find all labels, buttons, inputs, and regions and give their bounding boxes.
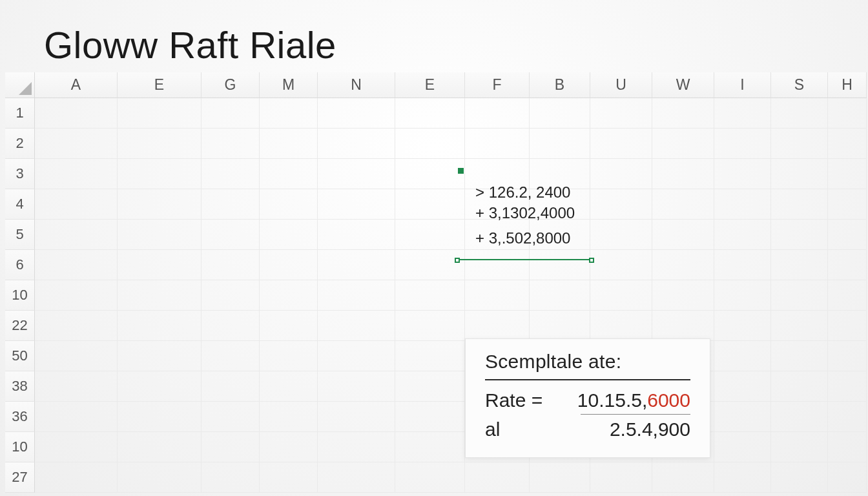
cell[interactable] [118, 311, 202, 341]
cell[interactable] [318, 98, 395, 129]
column-header[interactable]: I [714, 72, 771, 98]
cell[interactable] [590, 129, 652, 159]
cell[interactable] [771, 280, 828, 311]
cell[interactable] [590, 189, 652, 220]
cell[interactable] [35, 402, 118, 432]
cell[interactable] [35, 159, 118, 189]
cell[interactable] [771, 220, 828, 250]
cell[interactable] [771, 311, 828, 341]
cell[interactable] [714, 402, 771, 432]
cell[interactable] [530, 311, 590, 341]
cell[interactable] [590, 98, 652, 129]
cell[interactable] [828, 432, 867, 462]
cell[interactable] [714, 129, 771, 159]
row-header[interactable]: 38 [5, 371, 35, 402]
cell[interactable] [35, 311, 118, 341]
column-header[interactable]: B [530, 72, 590, 98]
cell[interactable] [652, 98, 714, 129]
cell[interactable] [828, 189, 867, 220]
cell[interactable] [395, 402, 465, 432]
cell[interactable] [590, 220, 652, 250]
cell[interactable] [35, 98, 118, 129]
cell[interactable] [828, 462, 867, 493]
cell[interactable] [202, 462, 260, 493]
column-header[interactable]: H [828, 72, 867, 98]
cell[interactable] [202, 189, 260, 220]
cell[interactable] [35, 432, 118, 462]
cell[interactable] [318, 159, 395, 189]
cell[interactable] [318, 402, 395, 432]
row-header[interactable]: 4 [5, 189, 35, 220]
cell[interactable] [714, 371, 771, 402]
cell[interactable] [771, 189, 828, 220]
cell[interactable] [395, 432, 465, 462]
row-header[interactable]: 6 [5, 250, 35, 280]
cell[interactable] [828, 220, 867, 250]
cell[interactable] [714, 220, 771, 250]
cell[interactable] [465, 250, 530, 280]
row-header[interactable]: 10 [5, 280, 35, 311]
cell[interactable] [828, 371, 867, 402]
cell[interactable] [260, 341, 318, 371]
cell[interactable] [202, 341, 260, 371]
cell[interactable] [714, 280, 771, 311]
column-header[interactable]: N [318, 72, 395, 98]
cell[interactable] [395, 250, 465, 280]
cell[interactable] [318, 220, 395, 250]
column-header[interactable]: E [395, 72, 465, 98]
cell[interactable] [530, 280, 590, 311]
cell[interactable] [118, 402, 202, 432]
cell[interactable] [395, 280, 465, 311]
cell[interactable] [202, 129, 260, 159]
cell[interactable] [318, 432, 395, 462]
cell[interactable] [652, 159, 714, 189]
cell[interactable] [771, 98, 828, 129]
cell[interactable] [118, 220, 202, 250]
cell[interactable] [318, 129, 395, 159]
cell[interactable] [828, 129, 867, 159]
cell[interactable] [714, 189, 771, 220]
cell[interactable] [260, 189, 318, 220]
cell[interactable] [260, 311, 318, 341]
cell[interactable] [771, 402, 828, 432]
cell[interactable] [652, 189, 714, 220]
cell[interactable] [771, 462, 828, 493]
column-header[interactable]: W [652, 72, 714, 98]
cell[interactable] [260, 402, 318, 432]
cell[interactable] [318, 371, 395, 402]
cell[interactable] [318, 341, 395, 371]
cell[interactable] [202, 98, 260, 129]
cell[interactable] [260, 371, 318, 402]
cell[interactable] [652, 220, 714, 250]
cell[interactable] [35, 462, 118, 493]
cell[interactable] [771, 432, 828, 462]
cell[interactable] [652, 462, 714, 493]
cell[interactable] [771, 250, 828, 280]
cell[interactable] [828, 311, 867, 341]
cell[interactable] [118, 432, 202, 462]
cell[interactable] [260, 220, 318, 250]
column-header[interactable]: U [590, 72, 652, 98]
column-header[interactable]: F [465, 72, 530, 98]
cell[interactable] [202, 250, 260, 280]
cell[interactable] [118, 341, 202, 371]
column-header[interactable]: A [35, 72, 118, 98]
row-header[interactable]: 50 [5, 341, 35, 371]
row-header[interactable]: 2 [5, 129, 35, 159]
cell[interactable] [714, 311, 771, 341]
cell[interactable] [202, 432, 260, 462]
cell[interactable] [395, 189, 465, 220]
cell[interactable] [260, 432, 318, 462]
cell[interactable] [202, 311, 260, 341]
cell[interactable] [652, 129, 714, 159]
cell[interactable] [530, 250, 590, 280]
cell[interactable] [771, 159, 828, 189]
cell[interactable] [771, 371, 828, 402]
cell[interactable] [652, 311, 714, 341]
cell[interactable] [35, 371, 118, 402]
cell[interactable] [35, 129, 118, 159]
cell[interactable] [652, 250, 714, 280]
cell[interactable] [828, 341, 867, 371]
cell[interactable] [118, 280, 202, 311]
cell[interactable] [530, 98, 590, 129]
